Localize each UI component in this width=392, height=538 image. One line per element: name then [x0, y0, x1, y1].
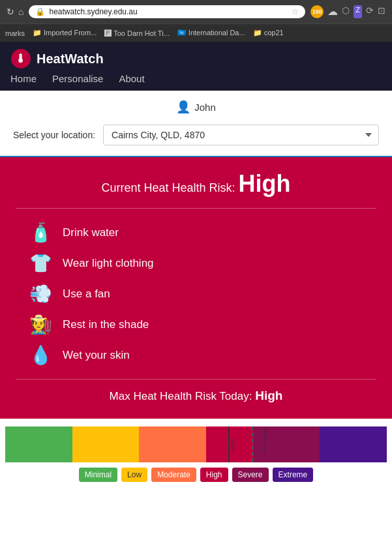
- bookmark-marks[interactable]: marks: [5, 29, 25, 37]
- reload-icon[interactable]: ↻: [7, 7, 14, 17]
- bar-now: Now: [206, 426, 230, 462]
- bar-low: [72, 426, 140, 462]
- current-risk-value: High: [239, 170, 291, 197]
- risk-header: Current Heat Health Risk: High: [16, 170, 376, 198]
- browser-controls: ↻ ⌂: [7, 7, 23, 17]
- advice-use-fan: 💨 Use a fan: [29, 283, 363, 305]
- bookmark-cop21[interactable]: 📁 cop21: [253, 29, 284, 37]
- current-risk-label: Current Heat Health Risk:: [101, 181, 235, 194]
- ext-icon3: ⟳: [366, 5, 374, 18]
- legend-high: High: [200, 468, 228, 482]
- star-icon[interactable]: ☆: [292, 7, 299, 16]
- bar-minimal: [5, 426, 72, 462]
- home-icon[interactable]: ⌂: [18, 7, 23, 17]
- username: John: [194, 102, 216, 113]
- browser-icons: 100 ☁ ⬡ Z ⟳ ⊡: [310, 5, 385, 18]
- rest-shade-icon: 🧑‍🌾: [29, 314, 52, 335]
- rest-shade-text: Rest in the shade: [63, 318, 149, 331]
- cloud-icon: ☁: [327, 5, 338, 18]
- badge-100: 100: [310, 5, 324, 18]
- legend-moderate: Moderate: [151, 468, 196, 482]
- svg-text:🌡: 🌡: [15, 52, 27, 65]
- risk-chart-section: Now Max today Minimal Low Moderate High …: [0, 419, 392, 487]
- nav-links: Home Personalise About: [10, 73, 382, 91]
- user-icon: 👤: [176, 100, 190, 114]
- location-select[interactable]: Cairns City, QLD, 4870: [103, 125, 379, 145]
- light-clothing-text: Wear light clothing: [63, 257, 154, 270]
- bookmark-international[interactable]: 🇺🇳 International Da...: [177, 29, 245, 37]
- wet-skin-text: Wet your skin: [63, 349, 130, 362]
- risk-bar-container: Now Max today: [5, 426, 387, 462]
- use-fan-text: Use a fan: [63, 288, 110, 301]
- advice-list: 🧴 Drink water 👕 Wear light clothing 💨 Us…: [16, 222, 376, 366]
- location-label: Select your location:: [13, 130, 95, 140]
- nav-personalise[interactable]: Personalise: [52, 73, 103, 84]
- advice-wet-skin: 💧 Wet your skin: [29, 344, 363, 366]
- user-row: 👤 John: [0, 91, 392, 119]
- ext-icon2: Z: [354, 5, 362, 18]
- ext-icon4: ⊡: [378, 5, 385, 18]
- wet-skin-icon: 💧: [29, 344, 52, 366]
- nav-about[interactable]: About: [119, 73, 144, 84]
- bookmark-toodarn[interactable]: 🅿 Too Darn Hot Ti...: [104, 29, 169, 37]
- risk-legend: Minimal Low Moderate High Severe Extreme: [5, 468, 387, 482]
- max-risk-label: Max Heat Health Risk Today:: [110, 390, 252, 402]
- drink-water-icon: 🧴: [29, 222, 52, 243]
- advice-rest-shade: 🧑‍🌾 Rest in the shade: [29, 314, 363, 335]
- site-nav: 🌡 HeatWatch Home Personalise About: [0, 42, 392, 91]
- bookmark-imported[interactable]: 📁 Imported From...: [33, 29, 97, 37]
- address-bar[interactable]: 🔒 heatwatch.sydney.edu.au ☆: [29, 5, 305, 18]
- max-risk-value: High: [255, 389, 282, 402]
- bar-moderate: [139, 426, 206, 462]
- ext-icon1: ⬡: [342, 5, 350, 18]
- legend-minimal: Minimal: [79, 468, 117, 482]
- browser-bar: ↻ ⌂ 🔒 heatwatch.sydney.edu.au ☆ 100 ☁ ⬡ …: [0, 0, 392, 23]
- legend-low: Low: [121, 468, 147, 482]
- risk-card: Current Heat Health Risk: High 🧴 Drink w…: [0, 157, 392, 419]
- risk-divider2: [16, 379, 376, 380]
- advice-light-clothing: 👕 Wear light clothing: [29, 252, 363, 274]
- light-clothing-icon: 👕: [29, 252, 52, 274]
- risk-divider: [16, 208, 376, 209]
- max-risk-row: Max Heat Health Risk Today: High: [16, 389, 376, 403]
- url-text: heatwatch.sydney.edu.au: [49, 7, 137, 16]
- bookmarks-bar: marks 📁 Imported From... 🅿 Too Darn Hot …: [0, 23, 392, 42]
- nav-header: 🌡 HeatWatch: [10, 42, 382, 73]
- nav-home[interactable]: Home: [10, 73, 37, 84]
- use-fan-icon: 💨: [29, 283, 52, 305]
- main-content: 👤 John Select your location: Cairns City…: [0, 91, 392, 487]
- drink-water-text: Drink water: [63, 226, 119, 239]
- lock-icon: 🔒: [35, 7, 45, 16]
- legend-severe: Severe: [232, 468, 269, 482]
- advice-drink-water: 🧴 Drink water: [29, 222, 363, 243]
- site-title: HeatWatch: [37, 52, 104, 67]
- legend-extreme: Extreme: [273, 468, 314, 482]
- bar-extreme: [320, 426, 387, 462]
- location-row: Select your location: Cairns City, QLD, …: [0, 119, 392, 157]
- site-logo: 🌡: [10, 48, 31, 69]
